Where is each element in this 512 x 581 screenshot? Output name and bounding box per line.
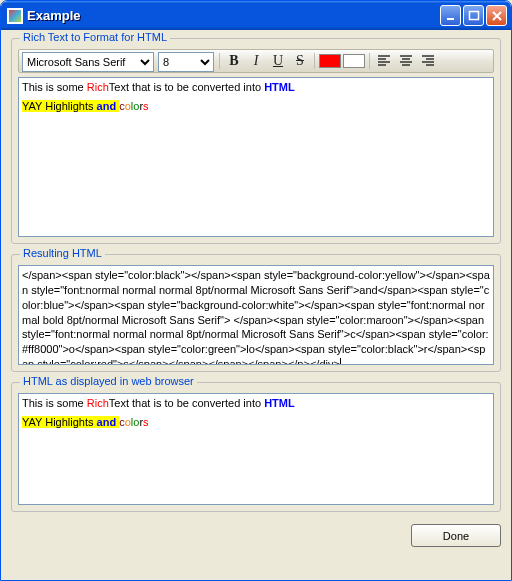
preview-line-2: YAY Highlights and colors <box>22 415 490 430</box>
window-buttons <box>440 5 507 26</box>
strikethrough-button[interactable]: S <box>289 51 311 71</box>
group-rich-text: Rich Text to Format for HTML Microsoft S… <box>11 38 501 244</box>
svg-rect-0 <box>447 18 454 20</box>
group-browser-preview: HTML as displayed in web browser This is… <box>11 382 501 512</box>
close-button[interactable] <box>486 5 507 26</box>
bold-button[interactable]: B <box>223 51 245 71</box>
italic-button[interactable]: I <box>245 51 267 71</box>
align-right-button[interactable] <box>417 51 439 71</box>
rt-line-1: This is some RichText that is to be conv… <box>22 80 490 95</box>
button-row: Done <box>11 522 501 547</box>
forecolor-swatch[interactable] <box>319 54 341 68</box>
window-title: Example <box>27 8 440 23</box>
svg-rect-1 <box>469 11 478 19</box>
separator <box>369 53 370 69</box>
font-size-select[interactable]: 8 <box>158 52 214 72</box>
underline-button[interactable]: U <box>267 51 289 71</box>
minimize-button[interactable] <box>440 5 461 26</box>
group-browser-preview-legend: HTML as displayed in web browser <box>20 375 197 387</box>
group-rich-text-legend: Rich Text to Format for HTML <box>20 31 170 43</box>
browser-preview[interactable]: This is some RichText that is to be conv… <box>18 393 494 505</box>
separator <box>219 53 220 69</box>
maximize-button[interactable] <box>463 5 484 26</box>
preview-line-1: This is some RichText that is to be conv… <box>22 396 490 411</box>
titlebar: Example <box>1 1 511 30</box>
text-cursor <box>340 358 341 365</box>
align-center-button[interactable] <box>395 51 417 71</box>
html-output-textbox[interactable]: </span><span style="color:black"></span>… <box>18 265 494 365</box>
group-resulting-html-legend: Resulting HTML <box>20 247 105 259</box>
backcolor-swatch[interactable] <box>343 54 365 68</box>
rich-text-input[interactable]: This is some RichText that is to be conv… <box>18 77 494 237</box>
app-icon <box>7 8 23 24</box>
rt-line-2: YAY Highlights and colors <box>22 99 490 114</box>
client-area: Rich Text to Format for HTML Microsoft S… <box>1 30 511 557</box>
separator <box>314 53 315 69</box>
formatting-toolbar: Microsoft Sans Serif 8 B I U S <box>18 49 494 73</box>
group-resulting-html: Resulting HTML </span><span style="color… <box>11 254 501 372</box>
done-button[interactable]: Done <box>411 524 501 547</box>
html-output-text: </span><span style="color:black"></span>… <box>22 269 490 365</box>
font-family-select[interactable]: Microsoft Sans Serif <box>22 52 154 72</box>
align-left-button[interactable] <box>373 51 395 71</box>
